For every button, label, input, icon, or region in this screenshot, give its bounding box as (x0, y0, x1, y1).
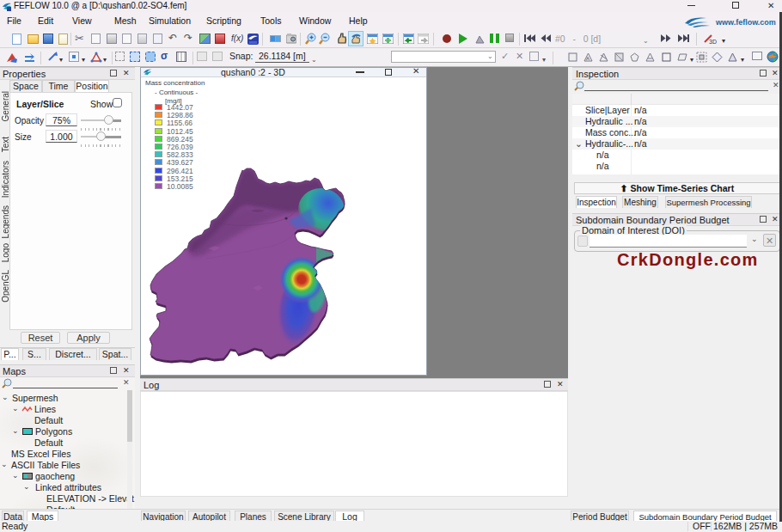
svg-text:3D: 3D (709, 39, 717, 45)
svg-text:A: A (586, 56, 590, 61)
